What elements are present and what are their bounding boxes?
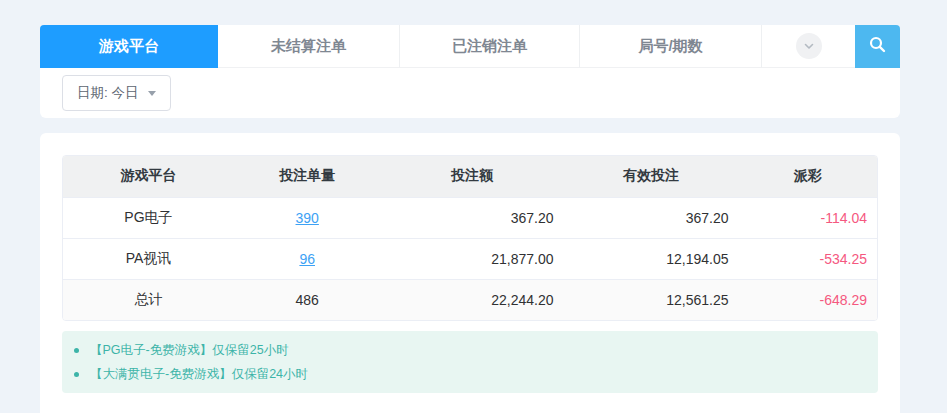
payout-cell: -534.25 <box>739 238 877 279</box>
valid-bet-cell: 367.20 <box>564 197 739 238</box>
total-bet-amount-cell: 22,244.20 <box>380 279 563 320</box>
tab-label: 局号/期数 <box>638 37 702 56</box>
bet-count-cell: 96 <box>234 238 381 279</box>
col-header-payout: 派彩 <box>739 156 877 197</box>
col-header-valid-bet: 有效投注 <box>564 156 739 197</box>
valid-bet-cell: 12,194.05 <box>564 238 739 279</box>
payout-cell: -114.04 <box>739 197 877 238</box>
search-button[interactable] <box>855 25 900 68</box>
bullet-icon <box>74 372 79 377</box>
tab-game-platform[interactable]: 游戏平台 <box>40 25 218 68</box>
col-header-platform: 游戏平台 <box>63 156 234 197</box>
tab-label: 已注销注单 <box>452 37 527 56</box>
table-row-pg: PG电子 390 367.20 367.20 -114.04 <box>63 197 877 238</box>
report-table: 游戏平台 投注单量 投注额 有效投注 派彩 PG电子 390 367.20 36… <box>62 155 878 321</box>
bet-amount-cell: 367.20 <box>380 197 563 238</box>
filter-bar: 日期: 今日 <box>40 68 900 118</box>
total-valid-bet-cell: 12,561.25 <box>564 279 739 320</box>
note-text: 【大满贯电子-免费游戏】仅保留24小时 <box>90 366 308 383</box>
bet-count-link[interactable]: 96 <box>299 251 315 267</box>
notes-box: 【PG电子-免费游戏】仅保留25小时 【大满贯电子-免费游戏】仅保留24小时 <box>62 331 878 393</box>
total-bet-count-cell: 486 <box>234 279 381 320</box>
date-filter-button[interactable]: 日期: 今日 <box>62 75 171 111</box>
tab-unsettled-bets[interactable]: 未结算注单 <box>218 25 400 68</box>
bet-amount-cell: 21,877.00 <box>380 238 563 279</box>
total-payout-cell: -648.29 <box>739 279 877 320</box>
chevron-down-icon <box>796 33 822 59</box>
search-icon <box>868 35 887 58</box>
platform-cell: PA视讯 <box>63 238 234 279</box>
more-tabs-button[interactable] <box>762 25 855 68</box>
tab-label: 未结算注单 <box>271 37 346 56</box>
report-card: 游戏平台 投注单量 投注额 有效投注 派彩 PG电子 390 367.20 36… <box>40 133 900 413</box>
bullet-icon <box>74 348 79 353</box>
main-panel: 游戏平台 未结算注单 已注销注单 局号/期数 日期: 今日 <box>40 25 900 413</box>
total-label-cell: 总计 <box>63 279 234 320</box>
tab-bar: 游戏平台 未结算注单 已注销注单 局号/期数 <box>40 25 900 68</box>
note-text: 【PG电子-免费游戏】仅保留25小时 <box>90 342 289 359</box>
col-header-bet-amount: 投注额 <box>380 156 563 197</box>
tab-label: 游戏平台 <box>99 37 159 56</box>
tab-cancelled-bets[interactable]: 已注销注单 <box>400 25 580 68</box>
table-row-pa: PA视讯 96 21,877.00 12,194.05 -534.25 <box>63 238 877 279</box>
platform-cell: PG电子 <box>63 197 234 238</box>
bet-count-cell: 390 <box>234 197 381 238</box>
note-line-dmg: 【大满贯电子-免费游戏】仅保留24小时 <box>62 362 878 386</box>
table-row-total: 总计 486 22,244.20 12,561.25 -648.29 <box>63 279 877 320</box>
tab-round-number[interactable]: 局号/期数 <box>580 25 762 68</box>
date-filter-label: 日期: 今日 <box>77 84 139 102</box>
note-line-pg: 【PG电子-免费游戏】仅保留25小时 <box>62 338 878 362</box>
col-header-bet-count: 投注单量 <box>234 156 381 197</box>
caret-down-icon <box>148 91 156 96</box>
bet-count-link[interactable]: 390 <box>296 210 319 226</box>
table-header-row: 游戏平台 投注单量 投注额 有效投注 派彩 <box>63 156 877 197</box>
